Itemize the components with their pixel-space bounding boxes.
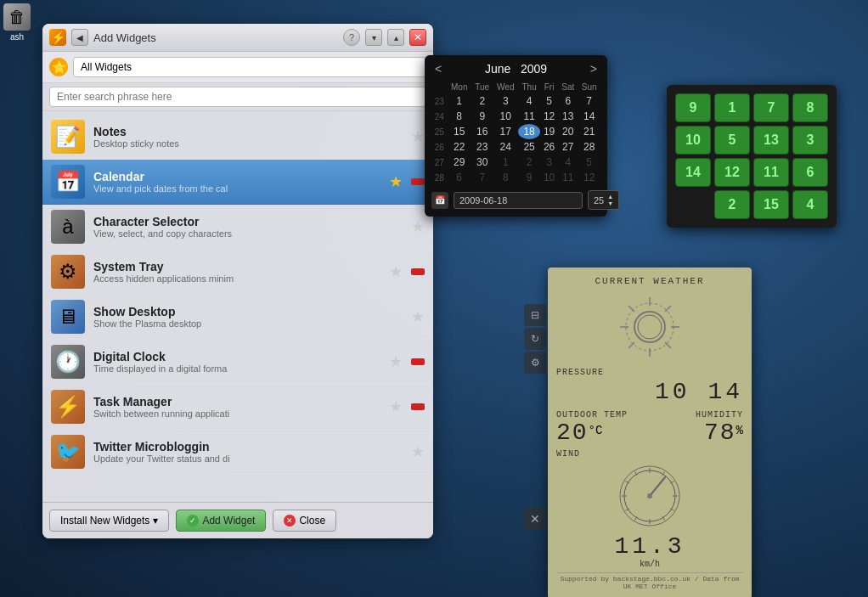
widget-star-system-tray[interactable]: ★ [389, 262, 403, 281]
cal-day-0-2[interactable]: 3 [493, 93, 518, 109]
widget-star-character-selector[interactable]: ★ [411, 217, 425, 236]
num-cell-2-0[interactable]: 14 [675, 158, 711, 187]
cal-day-3-1[interactable]: 23 [471, 139, 493, 155]
widget-item-show-desktop[interactable]: 🖥Show DesktopShow the Plasma desktop★ [42, 295, 433, 340]
widget-item-system-tray[interactable]: ⚙System TrayAccess hidden applications m… [42, 250, 433, 295]
cal-day-3-3[interactable]: 25 [518, 139, 540, 155]
cal-day-5-4[interactable]: 10 [540, 170, 558, 185]
num-cell-1-3[interactable]: 3 [792, 126, 828, 155]
cal-day-1-5[interactable]: 13 [558, 109, 578, 124]
cal-day-0-3[interactable]: 4 [518, 93, 540, 109]
cal-day-0-0[interactable]: 1 [447, 93, 471, 109]
widget-remove-task-manager[interactable] [411, 403, 425, 410]
widget-item-task-manager[interactable]: ⚡Task ManagerSwitch between running appl… [42, 385, 433, 430]
cal-day-2-6[interactable]: 21 [578, 124, 600, 139]
num-cell-3-0 [675, 190, 711, 219]
cal-day-4-5[interactable]: 4 [558, 155, 578, 170]
cal-day-0-6[interactable]: 7 [578, 93, 600, 109]
cal-day-0-4[interactable]: 5 [540, 93, 558, 109]
cal-day-1-3[interactable]: 11 [518, 109, 540, 124]
calendar-next-button[interactable]: > [587, 62, 600, 76]
cal-day-4-3[interactable]: 2 [518, 155, 540, 170]
num-cell-0-1[interactable]: 1 [714, 93, 750, 122]
cal-day-3-4[interactable]: 26 [540, 139, 558, 155]
widget-star-show-desktop[interactable]: ★ [411, 307, 425, 326]
svg-line-6 [665, 306, 671, 312]
widget-item-notes[interactable]: 📝NotesDesktop sticky notes★ [42, 115, 433, 160]
panel-expand-button[interactable]: ▴ [387, 29, 404, 46]
weather-refresh-button[interactable]: ↻ [524, 328, 546, 350]
num-cell-0-2[interactable]: 7 [753, 93, 789, 122]
widget-item-digital-clock[interactable]: 🕐Digital ClockTime displayed in a digita… [42, 340, 433, 385]
panel-close-button[interactable]: ✕ [409, 29, 426, 46]
calendar-prev-button[interactable]: < [431, 62, 445, 76]
cal-day-5-6[interactable]: 12 [578, 170, 600, 185]
panel-footer-close-button[interactable]: ✕ Close [273, 510, 336, 532]
num-cell-1-0[interactable]: 10 [675, 126, 711, 155]
cal-day-0-1[interactable]: 2 [471, 93, 493, 109]
num-cell-2-3[interactable]: 6 [792, 158, 828, 187]
cal-day-4-2[interactable]: 1 [493, 155, 518, 170]
cal-day-4-4[interactable]: 3 [540, 155, 558, 170]
num-cell-1-1[interactable]: 5 [714, 126, 750, 155]
panel-back-button[interactable]: ◀ [71, 29, 88, 46]
cal-day-3-0[interactable]: 22 [447, 139, 471, 155]
cal-day-5-0[interactable]: 6 [447, 170, 471, 185]
calendar-spinner[interactable]: 25 ▲ ▼ [588, 190, 619, 210]
widget-remove-system-tray[interactable] [411, 268, 425, 275]
search-input[interactable] [49, 87, 426, 107]
calendar-date-input[interactable] [454, 192, 583, 209]
num-cell-3-1[interactable]: 2 [714, 190, 750, 219]
cal-day-1-6[interactable]: 14 [578, 109, 600, 124]
weather-pin-button[interactable]: ⊟ [524, 304, 546, 326]
cal-day-5-5[interactable]: 11 [558, 170, 578, 185]
num-cell-0-0[interactable]: 9 [675, 93, 711, 122]
cal-day-3-2[interactable]: 24 [493, 139, 518, 155]
cal-day-2-4[interactable]: 19 [540, 124, 558, 139]
num-cell-1-2[interactable]: 13 [753, 126, 789, 155]
cal-day-4-1[interactable]: 30 [471, 155, 493, 170]
install-new-widgets-button[interactable]: Install New Widgets ▾ [49, 510, 169, 532]
weather-settings-button[interactable]: ⚙ [524, 352, 546, 374]
num-cell-2-2[interactable]: 11 [753, 158, 789, 187]
widget-item-twitter[interactable]: 🐦Twitter MicroblogginUpdate your Twitter… [42, 430, 433, 475]
panel-help-button[interactable]: ? [343, 29, 360, 46]
cal-day-5-1[interactable]: 7 [471, 170, 493, 185]
widget-remove-calendar[interactable] [411, 178, 425, 185]
cal-day-1-2[interactable]: 10 [493, 109, 518, 124]
widget-item-character-selector[interactable]: àCharacter SelectorView, select, and cop… [42, 205, 433, 250]
panel-collapse-button[interactable]: ▾ [365, 29, 382, 46]
cal-day-5-2[interactable]: 8 [493, 170, 518, 185]
cal-day-2-2[interactable]: 17 [493, 124, 518, 139]
weather-close-button[interactable]: ✕ [524, 508, 546, 530]
widget-item-calendar[interactable]: 📅CalendarView and pick dates from the ca… [42, 160, 433, 205]
cal-day-5-3[interactable]: 9 [518, 170, 540, 185]
cal-day-3-6[interactable]: 28 [578, 139, 600, 155]
num-cell-3-3[interactable]: 4 [792, 190, 828, 219]
num-cell-2-1[interactable]: 12 [714, 158, 750, 187]
widget-star-notes[interactable]: ★ [411, 127, 425, 146]
cal-day-1-4[interactable]: 12 [540, 109, 558, 124]
cal-day-2-1[interactable]: 16 [471, 124, 493, 139]
widget-remove-digital-clock[interactable] [411, 358, 425, 365]
cal-day-2-3[interactable]: 18 [518, 124, 540, 139]
cal-day-4-6[interactable]: 5 [578, 155, 600, 170]
widget-star-twitter[interactable]: ★ [411, 442, 425, 461]
cal-week-28: 28 [431, 170, 447, 185]
cal-day-0-5[interactable]: 6 [558, 93, 578, 109]
cal-day-1-0[interactable]: 8 [447, 109, 471, 124]
add-widget-button[interactable]: ✓ Add Widget [176, 510, 266, 532]
category-select[interactable]: All Widgets [73, 57, 426, 77]
num-cell-0-3[interactable]: 8 [792, 93, 828, 122]
widget-star-task-manager[interactable]: ★ [389, 397, 403, 416]
widget-star-calendar[interactable]: ★ [389, 172, 403, 191]
svg-line-4 [628, 306, 634, 312]
desktop-icon-trash[interactable]: 🗑 ash [0, 0, 34, 45]
cal-day-1-1[interactable]: 9 [471, 109, 493, 124]
cal-day-2-5[interactable]: 20 [558, 124, 578, 139]
cal-day-2-0[interactable]: 15 [447, 124, 471, 139]
num-cell-3-2[interactable]: 15 [753, 190, 789, 219]
widget-star-digital-clock[interactable]: ★ [389, 352, 403, 371]
cal-day-3-5[interactable]: 27 [558, 139, 578, 155]
cal-day-4-0[interactable]: 29 [447, 155, 471, 170]
